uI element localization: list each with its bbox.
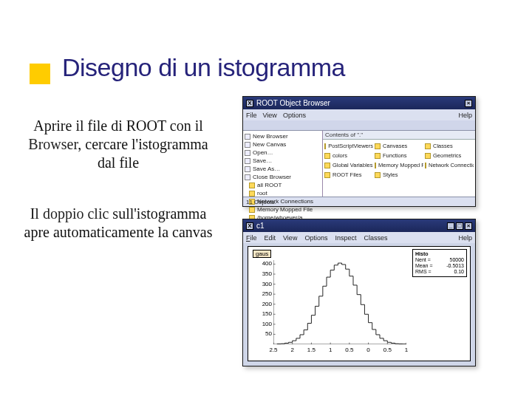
grid-item[interactable]: PostScriptViewers xyxy=(324,142,373,150)
grid-item[interactable]: colors xyxy=(324,151,373,160)
folder-icon xyxy=(324,172,330,178)
close-icon[interactable]: × xyxy=(465,222,472,230)
folder-icon xyxy=(245,158,250,164)
grid-item[interactable]: Network Connectio xyxy=(425,161,474,169)
browser-body: New BrowserNew CanvasOpen…Save…Save As…C… xyxy=(243,131,475,197)
y-tick-label: 300 xyxy=(251,281,272,287)
minimize-icon[interactable]: _ xyxy=(447,222,454,230)
grid-item-label: Canvases xyxy=(383,143,407,149)
browser-titlebar[interactable]: X ROOT Object Browser × xyxy=(243,97,475,109)
maximize-icon[interactable]: □ xyxy=(456,222,463,230)
canvas-window: X c1 _ □ × File Edit View Options Inspec… xyxy=(242,219,476,366)
folder-icon xyxy=(375,172,381,178)
tree-item[interactable]: Save As… xyxy=(245,165,321,173)
menu-inspect[interactable]: Inspect xyxy=(335,234,356,242)
x-tick-label: 0.5 xyxy=(345,347,353,353)
browser-tree[interactable]: New BrowserNew CanvasOpen…Save…Save As…C… xyxy=(243,131,323,197)
p2a: Il xyxy=(30,205,43,222)
menu-view[interactable]: View xyxy=(283,234,297,242)
stats-box: Histo Nent =50000Mean =-0.5013RMS =0.10 xyxy=(412,249,467,277)
tree-item[interactable]: all ROOT xyxy=(245,181,321,189)
grid-item[interactable] xyxy=(425,171,474,179)
folder-icon xyxy=(324,153,330,159)
grid-item[interactable]: Canvases xyxy=(375,142,423,150)
browser-keyword: Browser xyxy=(28,136,78,152)
tree-item-label: Memory Mopped File xyxy=(257,206,313,213)
grid-item-label: Global Variables xyxy=(332,162,372,168)
menu-edit[interactable]: Edit xyxy=(265,234,276,242)
window-icon: X xyxy=(246,100,253,107)
menu-classes[interactable]: Classes xyxy=(364,234,387,242)
browser-menubar: File View Options Help xyxy=(243,109,475,120)
stats-row: Nent =50000 xyxy=(415,257,464,263)
x-tick-label: 2 xyxy=(290,347,293,353)
grid-item[interactable]: Geometrics xyxy=(425,151,474,160)
slide-title: Disegno di un istogramma xyxy=(62,53,345,82)
tree-item[interactable]: Open… xyxy=(245,149,321,157)
tree-item[interactable]: New Browser xyxy=(245,132,321,140)
folder-icon xyxy=(249,207,255,213)
grid-item[interactable]: Functions xyxy=(375,151,423,160)
grid-item-label: Functions xyxy=(383,152,407,159)
y-tick-label: 100 xyxy=(251,321,272,327)
tree-item[interactable]: New Canvas xyxy=(245,140,321,149)
folder-icon xyxy=(245,150,250,156)
folder-icon xyxy=(245,134,250,140)
canvas-titlebar[interactable]: X c1 _ □ × xyxy=(243,219,475,232)
histogram-name-badge: gaus xyxy=(253,250,271,258)
folder-icon xyxy=(249,183,255,188)
menu-help[interactable]: Help xyxy=(458,234,472,242)
p1c: , cercare l'istogramma dal file xyxy=(78,136,208,171)
menu-options[interactable]: Options xyxy=(283,112,306,119)
x-tick-label: 0.5 xyxy=(383,347,392,353)
menu-options[interactable]: Options xyxy=(304,234,327,242)
body-text: Aprire il file di ROOT con il Browser, c… xyxy=(22,117,214,242)
folder-icon xyxy=(245,174,250,180)
grid-item-label: Styles xyxy=(383,171,398,178)
y-tick-label: 350 xyxy=(251,270,272,277)
window-icon: X xyxy=(246,222,253,230)
x-tick-label: 1.5 xyxy=(307,347,316,353)
tree-item-label: Close Browser xyxy=(253,174,291,180)
browser-contents[interactable]: Contents of "." PostScriptViewersCanvase… xyxy=(323,131,475,197)
folder-icon xyxy=(375,153,381,159)
y-tick-label: 400 xyxy=(251,260,272,267)
menu-file[interactable]: File xyxy=(246,234,257,242)
grid-item-label: Geometrics xyxy=(433,152,461,159)
tree-item-label: root xyxy=(257,190,267,197)
grid-item[interactable]: Global Variables xyxy=(324,161,373,169)
y-tick-label: 250 xyxy=(251,290,272,297)
grid-item-label: Network Connectio xyxy=(429,162,474,168)
y-tick-label: 200 xyxy=(251,301,272,307)
close-icon[interactable]: × xyxy=(465,100,472,107)
y-tick-label: 50 xyxy=(251,330,272,337)
tree-item[interactable]: root xyxy=(245,189,321,197)
accent-block xyxy=(30,64,50,84)
canvas-title: c1 xyxy=(256,222,265,230)
folder-icon xyxy=(375,143,381,149)
folder-icon xyxy=(425,163,426,168)
canvas-menubar: File Edit View Options Inspect Classes H… xyxy=(243,232,475,243)
folder-icon xyxy=(245,166,250,172)
tree-item[interactable]: Close Browser xyxy=(245,173,321,181)
menu-view[interactable]: View xyxy=(263,112,277,119)
tree-item[interactable]: Save… xyxy=(245,157,321,165)
folder-icon xyxy=(375,163,376,168)
folder-icon xyxy=(425,143,431,149)
menu-help[interactable]: Help xyxy=(458,112,472,119)
stats-row: RMS =0.10 xyxy=(415,269,464,275)
canvas-pad[interactable]: gaus Histo Nent =50000Mean =-0.5013RMS =… xyxy=(248,246,471,361)
y-tick-label: 150 xyxy=(251,310,272,317)
tree-item[interactable]: Memory Mopped File xyxy=(245,205,321,214)
grid-item-label: PostScriptViewers xyxy=(328,143,373,149)
contents-header: Contents of "." xyxy=(323,131,475,140)
stats-title: Histo xyxy=(415,251,464,257)
grid-item[interactable]: Memory Mopped File xyxy=(375,161,423,169)
browser-toolbar xyxy=(243,120,475,131)
grid-item[interactable]: Styles xyxy=(375,171,423,179)
tree-item-label: Save… xyxy=(253,157,272,164)
menu-file[interactable]: File xyxy=(246,112,257,119)
grid-item[interactable]: ROOT Files xyxy=(324,171,373,179)
grid-item[interactable]: Classes xyxy=(425,142,474,150)
doubleclick-keyword: doppio clic xyxy=(43,205,109,222)
